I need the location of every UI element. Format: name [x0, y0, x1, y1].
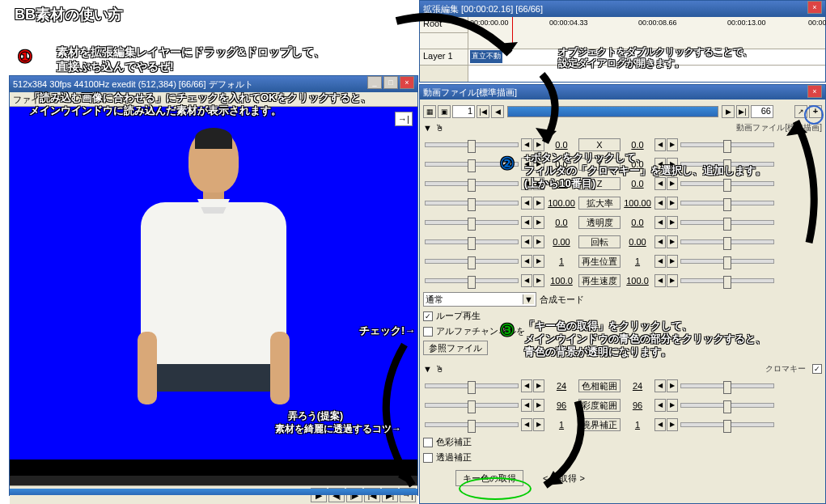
add-filter-button[interactable]: + [809, 105, 822, 118]
next-icon[interactable]: ▶ [722, 105, 735, 118]
dec-button[interactable]: ◀ [654, 197, 666, 210]
param-value-right[interactable]: 100.00 [621, 197, 654, 210]
timeline-titlebar[interactable]: 拡張編集 [00:00:02.16] [66/66] × [420, 1, 825, 17]
settings-close-button[interactable]: × [807, 85, 822, 98]
param-name-button[interactable]: 色相範囲 [578, 379, 621, 392]
playhead[interactable] [512, 17, 513, 49]
file-menu[interactable]: ファイル [13, 95, 49, 104]
param-value-left[interactable]: 100.0 [545, 274, 578, 287]
frame-slider[interactable] [507, 106, 718, 117]
inc-button[interactable]: ▶ [533, 255, 544, 268]
inc-button[interactable]: ▶ [533, 177, 544, 190]
preview-expand-icon[interactable]: →| [395, 112, 413, 126]
progress-bar[interactable] [10, 489, 417, 495]
param-slider-left[interactable] [425, 162, 519, 167]
inc-button[interactable]: ▶ [667, 197, 678, 210]
dec-button[interactable]: ◀ [521, 255, 532, 268]
collapse-icon[interactable]: ▼ [423, 364, 432, 374]
menu-bar[interactable]: ファイル [10, 92, 417, 107]
alpha-checkbox[interactable] [423, 327, 433, 337]
video-clip[interactable]: 直立不動 [470, 50, 502, 63]
inc-button[interactable]: ▶ [667, 235, 678, 248]
param-value-right[interactable]: 1 [621, 255, 654, 268]
param-value-left[interactable]: 1 [545, 255, 578, 268]
dec-button[interactable]: ◀ [521, 138, 532, 151]
dec-button[interactable]: ◀ [654, 418, 666, 431]
dec-button[interactable]: ◀ [654, 138, 666, 151]
color-correct-checkbox[interactable] [423, 438, 433, 447]
param-value-right[interactable]: 0.00 [621, 235, 654, 248]
param-slider-left[interactable] [425, 142, 519, 147]
inc-button[interactable]: ▶ [533, 235, 544, 248]
key-color-button[interactable]: キー色の取得 [455, 470, 523, 486]
close-button[interactable]: × [400, 76, 414, 89]
layer-icon[interactable]: ▦ [423, 105, 436, 118]
param-slider-left[interactable] [425, 383, 519, 388]
param-slider-right[interactable] [680, 201, 774, 205]
param-name-button[interactable]: Z [578, 177, 621, 190]
inc-button[interactable]: ▶ [667, 177, 678, 190]
param-name-button[interactable]: 透明度 [578, 216, 621, 229]
prev-icon[interactable]: ◀ [491, 105, 504, 118]
param-name-button[interactable]: 回転 [578, 235, 621, 248]
param-value-right[interactable]: 0.0 [621, 158, 654, 171]
maximize-button[interactable]: □ [383, 76, 398, 89]
param-value-right[interactable]: 96 [621, 399, 654, 412]
root-label[interactable]: Root [420, 17, 468, 33]
param-slider-right[interactable] [680, 239, 774, 244]
param-slider-left[interactable] [425, 403, 519, 408]
param-slider-right[interactable] [680, 403, 774, 408]
inc-button[interactable]: ▶ [667, 399, 678, 412]
minimize-button[interactable]: _ [367, 76, 382, 89]
transp-correct-checkbox[interactable] [423, 453, 433, 463]
param-slider-right[interactable] [680, 142, 774, 147]
preview-titlebar[interactable]: 512x384 30fps 44100Hz exedit (512,384) [… [10, 76, 417, 92]
layer-label[interactable]: Layer 1 [420, 49, 468, 66]
param-value-right[interactable]: 24 [621, 379, 654, 392]
inc-button[interactable]: ▶ [667, 255, 678, 268]
frame-end-input[interactable]: 66 [751, 105, 773, 118]
dec-button[interactable]: ◀ [521, 399, 532, 412]
loop-checkbox[interactable]: ✓ [423, 311, 433, 321]
dec-button[interactable]: ◀ [521, 158, 532, 171]
param-value-right[interactable]: 0.0 [621, 216, 654, 229]
inc-button[interactable]: ▶ [533, 379, 544, 392]
dec-button[interactable]: ◀ [521, 418, 532, 431]
param-value-right[interactable]: 0.0 [621, 138, 654, 151]
dec-button[interactable]: ◀ [654, 235, 666, 248]
settings-titlebar[interactable]: 動画ファイル[標準描画] × [420, 85, 825, 100]
timeline-ruler[interactable]: 00:00:00.00 00:00:04.33 00:00:08.66 00:0… [468, 17, 825, 82]
inc-button[interactable]: ▶ [533, 158, 544, 171]
param-slider-left[interactable] [425, 278, 519, 283]
param-slider-right[interactable] [680, 383, 774, 388]
frame-start-input[interactable]: 1 [452, 105, 475, 118]
param-name-button[interactable]: 境界補正 [578, 418, 621, 431]
param-slider-right[interactable] [680, 220, 774, 225]
dec-button[interactable]: ◀ [521, 177, 532, 190]
dec-button[interactable]: ◀ [521, 379, 532, 392]
param-slider-right[interactable] [680, 422, 774, 427]
param-slider-left[interactable] [425, 259, 519, 264]
layer-track[interactable]: 直立不動 [468, 49, 825, 66]
dec-button[interactable]: ◀ [521, 216, 532, 229]
inc-button[interactable]: ▶ [533, 197, 544, 210]
inc-button[interactable]: ▶ [533, 216, 544, 229]
param-name-button[interactable]: 拡大率 [578, 197, 621, 210]
inc-button[interactable]: ▶ [667, 138, 678, 151]
param-value-left[interactable]: 0.0 [545, 138, 578, 151]
dec-button[interactable]: ◀ [654, 274, 666, 287]
blend-mode-combo[interactable]: 通常 ▼ [423, 292, 536, 307]
param-slider-left[interactable] [425, 181, 519, 186]
chroma-enable-checkbox[interactable]: ✓ [812, 364, 822, 374]
param-value-left[interactable]: 0.0 [545, 158, 578, 171]
param-value-left[interactable]: 1 [545, 418, 578, 431]
param-slider-right[interactable] [680, 278, 774, 283]
inc-button[interactable]: ▶ [667, 418, 678, 431]
param-name-button[interactable]: Y [578, 158, 621, 171]
dec-button[interactable]: ◀ [654, 158, 666, 171]
inc-button[interactable]: ▶ [533, 274, 544, 287]
param-value-left[interactable]: 0.0 [545, 216, 578, 229]
inc-button[interactable]: ▶ [533, 138, 544, 151]
img-icon[interactable]: ▣ [438, 105, 451, 118]
preview-canvas[interactable]: →| [10, 107, 417, 460]
